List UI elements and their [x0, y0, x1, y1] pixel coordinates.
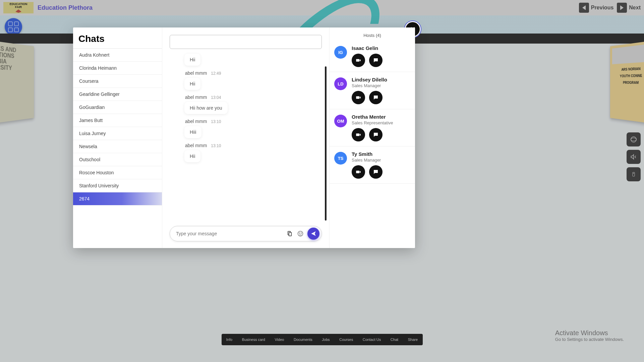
- thread-scrollbar[interactable]: [325, 66, 327, 221]
- host-info: Oretha MenterSales Representative: [352, 114, 410, 141]
- message-meta: abel mmm13:10: [185, 143, 319, 148]
- conversation-item[interactable]: Gearldine Gellinger: [73, 88, 162, 101]
- svg-rect-5: [289, 232, 292, 236]
- host-info: Lindsey DilelloSales Manager: [352, 77, 410, 104]
- message-group: abel mmm13:04Hii how are you: [184, 95, 319, 114]
- message-meta: abel mmm13:10: [185, 119, 319, 124]
- hosts-heading: Hosts (4): [330, 27, 415, 41]
- message-group: abel mmm13:10Hii: [184, 143, 319, 162]
- message-group: Hii: [184, 54, 319, 66]
- chat-button[interactable]: [369, 54, 383, 67]
- conversation-item[interactable]: Luisa Jurney: [73, 127, 162, 140]
- message-bubble: Hii: [184, 150, 200, 162]
- message-group: abel mmm12:49Hii: [184, 70, 319, 90]
- host-name: Lindsey Dilello: [352, 77, 410, 82]
- conversation-item[interactable]: Clorinda Heimann: [73, 62, 162, 75]
- host-item: TSTy SmithSales Manager: [330, 146, 415, 184]
- host-name: Ty Smith: [352, 151, 410, 157]
- message-time: 13:10: [211, 143, 221, 148]
- attach-icon[interactable]: [286, 231, 293, 237]
- host-name: Isaac Gelin: [352, 45, 410, 51]
- host-actions: [352, 91, 410, 104]
- chat-thread-pane: Hiiabel mmm12:49Hiiabel mmm13:04Hii how …: [162, 27, 329, 248]
- chats-modal: Chats Audra KohnertClorinda HeimannCours…: [73, 27, 415, 248]
- message-thread[interactable]: Hiiabel mmm12:49Hiiabel mmm13:04Hii how …: [162, 52, 329, 226]
- message-bubble: Hii: [184, 78, 200, 90]
- video-call-button[interactable]: [352, 128, 365, 141]
- host-item: OMOretha MenterSales Representative: [330, 109, 415, 146]
- send-button[interactable]: [307, 228, 319, 240]
- message-sender: abel mmm: [185, 70, 207, 76]
- chats-sidebar: Chats Audra KohnertClorinda HeimannCours…: [73, 27, 162, 248]
- svg-point-7: [299, 233, 300, 234]
- conversation-item[interactable]: 2674: [73, 192, 162, 205]
- svg-rect-11: [374, 97, 377, 97]
- message-sender: abel mmm: [185, 119, 207, 124]
- message-time: 12:49: [211, 71, 221, 76]
- host-info: Isaac Gelin: [352, 45, 410, 67]
- conversation-item[interactable]: Roscoe Houston: [73, 166, 162, 179]
- host-actions: [352, 128, 410, 141]
- host-info: Ty SmithSales Manager: [352, 151, 410, 179]
- message-input[interactable]: [176, 231, 283, 236]
- conversation-item[interactable]: Coursera: [73, 75, 162, 88]
- chat-search-input[interactable]: [170, 35, 322, 49]
- host-avatar: OM: [334, 115, 347, 127]
- message-bubble: Hii: [184, 54, 200, 66]
- chat-button[interactable]: [369, 165, 383, 179]
- message-composer: [170, 226, 322, 241]
- svg-rect-16: [374, 172, 376, 172]
- host-avatar: IG: [334, 46, 347, 59]
- conversation-item[interactable]: James Butt: [73, 114, 162, 127]
- host-role: Sales Manager: [352, 158, 410, 163]
- svg-rect-14: [374, 134, 376, 135]
- svg-rect-12: [374, 97, 376, 98]
- host-avatar: LD: [334, 77, 347, 90]
- conversation-item[interactable]: GoGuardian: [73, 101, 162, 114]
- message-sender: abel mmm: [185, 143, 207, 148]
- svg-rect-9: [374, 59, 377, 60]
- conversation-item[interactable]: Outschool: [73, 153, 162, 166]
- host-actions: [352, 165, 410, 179]
- host-avatar: TS: [334, 152, 347, 165]
- message-meta: abel mmm13:04: [185, 95, 319, 100]
- host-role: Sales Manager: [352, 83, 410, 88]
- conversation-list[interactable]: Audra KohnertClorinda HeimannCourseraGea…: [73, 49, 162, 205]
- chat-button[interactable]: [369, 91, 383, 104]
- chat-button[interactable]: [369, 128, 383, 141]
- conversation-item[interactable]: Stanford University: [73, 179, 162, 192]
- message-time: 13:04: [211, 95, 221, 100]
- svg-rect-13: [374, 134, 377, 134]
- host-role: Sales Representative: [352, 120, 410, 125]
- svg-rect-15: [374, 171, 377, 171]
- message-sender: abel mmm: [185, 95, 207, 100]
- message-meta: abel mmm12:49: [185, 70, 319, 76]
- host-actions: [352, 54, 410, 67]
- chats-heading: Chats: [73, 27, 162, 49]
- host-item: IGIsaac Gelin: [330, 41, 415, 72]
- host-name: Oretha Menter: [352, 114, 410, 120]
- message-bubble: Hii how are you: [184, 102, 228, 114]
- emoji-icon[interactable]: [297, 230, 304, 237]
- svg-point-6: [298, 231, 303, 236]
- message-group: abel mmm13:10Hiii: [184, 119, 319, 138]
- video-call-button[interactable]: [352, 54, 365, 67]
- video-call-button[interactable]: [352, 91, 365, 104]
- video-call-button[interactable]: [352, 165, 365, 179]
- svg-rect-10: [374, 60, 376, 60]
- svg-point-8: [301, 233, 302, 234]
- message-time: 13:10: [211, 119, 221, 124]
- hosts-panel: Hosts (4) IGIsaac GelinLDLindsey Dilello…: [329, 27, 415, 248]
- conversation-item[interactable]: Newsela: [73, 140, 162, 153]
- conversation-item[interactable]: Audra Kohnert: [73, 49, 162, 62]
- message-bubble: Hiii: [184, 126, 201, 138]
- host-item: LDLindsey DilelloSales Manager: [330, 72, 415, 109]
